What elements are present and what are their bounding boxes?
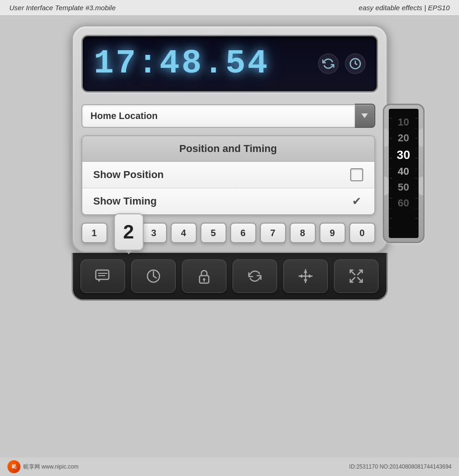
time-icons <box>318 53 366 74</box>
show-position-label: Show Position <box>93 169 164 181</box>
key-1[interactable]: 1 <box>81 223 107 243</box>
svg-marker-17 <box>309 274 312 278</box>
gauge-wrapper: 10 20 30 40 50 60 <box>383 104 425 243</box>
svg-marker-1 <box>361 113 368 118</box>
show-position-row: Show Position <box>82 162 374 188</box>
key-3[interactable]: 3 <box>141 223 167 243</box>
logo-icon: 昵 <box>7 460 20 473</box>
show-timing-row: Show Timing ✔ <box>82 188 374 214</box>
time-text: 17:48.54 <box>94 45 270 83</box>
chat-tab-button[interactable] <box>80 259 125 293</box>
lock-tab-button[interactable] <box>182 259 226 293</box>
svg-line-21 <box>350 278 355 282</box>
svg-marker-14 <box>304 270 307 273</box>
key-5[interactable]: 5 <box>200 223 226 243</box>
gauge-40: 40 <box>398 166 409 177</box>
key-6[interactable]: 6 <box>230 223 256 243</box>
svg-marker-16 <box>299 274 302 278</box>
key-8[interactable]: 8 <box>290 223 316 243</box>
footer-right: ID:2531170 NO:20140808081744143694 <box>349 463 452 470</box>
key-9[interactable]: 9 <box>319 223 346 243</box>
dropdown-label[interactable]: Home Location <box>81 104 355 128</box>
gauge-10: 10 <box>398 117 409 127</box>
dropdown-arrow-button[interactable] <box>355 104 375 128</box>
home-location-dropdown: Home Location <box>81 104 375 128</box>
refresh-button[interactable] <box>318 53 339 74</box>
footer-bar: 昵 昵享网 www.nipic.com ID:2531170 NO:201408… <box>0 457 459 476</box>
gauge-panel: 10 20 30 40 50 60 <box>383 104 425 243</box>
svg-marker-5 <box>98 279 100 282</box>
footer-logo: 昵 昵享网 www.nipic.com <box>7 460 79 473</box>
svg-line-20 <box>358 270 362 275</box>
key-7[interactable]: 7 <box>260 223 286 243</box>
clock-tab-button[interactable] <box>131 259 176 293</box>
svg-point-10 <box>203 278 206 281</box>
gauge-20: 20 <box>398 133 409 143</box>
expand-tab-button[interactable] <box>334 259 379 293</box>
left-panel: Home Location Position and Timing Show P… <box>81 104 375 243</box>
refresh-tab-button[interactable] <box>233 259 277 293</box>
show-timing-checkbox[interactable]: ✔ <box>350 195 363 208</box>
header-bar: User Interface Template #3.mobile easy e… <box>0 0 459 16</box>
gauge-30: 30 <box>397 149 410 161</box>
content-area: Home Location Position and Timing Show P… <box>81 104 378 243</box>
svg-marker-15 <box>304 279 307 283</box>
move-tab-button[interactable] <box>283 259 328 293</box>
svg-line-19 <box>358 278 362 282</box>
footer-left: 昵享网 www.nipic.com <box>23 463 79 471</box>
time-display: 17:48.54 <box>81 35 378 93</box>
header-left: User Interface Template #3.mobile <box>9 4 116 12</box>
panel-title: Position and Timing <box>82 136 374 162</box>
show-position-checkbox[interactable] <box>350 168 363 181</box>
key-4[interactable]: 4 <box>171 223 197 243</box>
svg-line-18 <box>350 270 355 275</box>
gauge-50: 50 <box>398 182 409 192</box>
gauge-60: 60 <box>398 198 409 208</box>
header-right: easy editable effects | EPS10 <box>359 4 450 12</box>
clock-button[interactable] <box>345 53 366 74</box>
numpad-selected-value: 2 <box>114 213 144 251</box>
key-0[interactable]: 0 <box>349 223 375 243</box>
show-timing-label: Show Timing <box>93 195 157 207</box>
svg-rect-2 <box>96 270 109 279</box>
tab-bar <box>72 253 388 301</box>
numpad-area: 2 1 2 3 4 5 6 7 8 9 0 <box>81 223 375 243</box>
device-frame: 17:48.54 Home Location <box>72 25 388 253</box>
svg-line-8 <box>153 276 156 278</box>
settings-panel: Position and Timing Show Position Show T… <box>81 135 375 215</box>
gauge-inner: 10 20 30 40 50 60 <box>389 109 419 238</box>
